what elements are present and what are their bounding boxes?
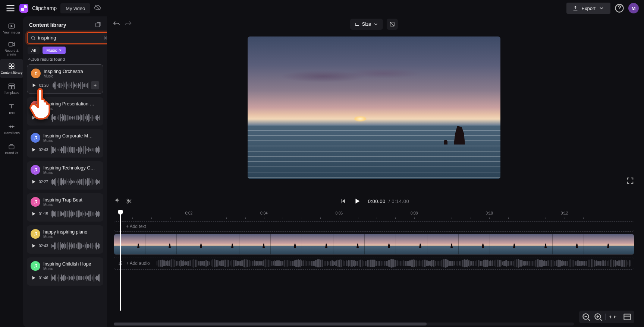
user-avatar[interactable]: M xyxy=(628,3,639,13)
nav-templates[interactable]: Templates xyxy=(0,79,23,98)
track-category: Music xyxy=(43,235,100,239)
timeline-scrollbar[interactable] xyxy=(114,323,574,326)
cloud-sync-icon xyxy=(94,4,101,13)
export-label: Export xyxy=(581,6,596,11)
upload-icon xyxy=(572,5,578,11)
ruler-mark: 0:02 xyxy=(185,211,192,215)
hamburger-menu[interactable] xyxy=(5,3,16,13)
svg-rect-4 xyxy=(12,64,14,66)
media-icon xyxy=(8,22,15,30)
svg-point-16 xyxy=(127,202,128,203)
add-track-button[interactable] xyxy=(91,81,99,89)
undo-button[interactable] xyxy=(112,20,120,28)
split-scissors-icon[interactable] xyxy=(126,198,132,204)
track-category-icon xyxy=(31,197,40,207)
timeline-view-button[interactable] xyxy=(622,312,632,322)
timeline-ruler[interactable]: 0:020:040:060:080:100:12 xyxy=(114,210,641,219)
track-card[interactable]: Inspiring Childish Hope Music 01:46 xyxy=(27,257,103,286)
track-card[interactable]: happy inspiring piano Music 02:43 xyxy=(27,225,103,254)
track-category: Music xyxy=(43,203,100,207)
video-preview[interactable] xyxy=(248,36,500,179)
preview-play-icon[interactable] xyxy=(31,211,37,217)
audio-track-lane[interactable]: + Add audio xyxy=(114,257,634,270)
svg-rect-2 xyxy=(9,42,13,46)
svg-rect-5 xyxy=(9,66,11,69)
chip-all[interactable]: All xyxy=(28,47,40,54)
resize-handle-icon[interactable] xyxy=(497,175,500,179)
track-title: Inspiring Orchestra xyxy=(44,69,99,74)
stage: Size 0:00.00 / 0:14.00 xyxy=(107,16,641,327)
track-duration: 01:46 xyxy=(39,276,49,280)
nav-text[interactable]: Text xyxy=(0,99,23,118)
search-input[interactable] xyxy=(38,35,101,41)
nav-brand-kit[interactable]: Brand kit xyxy=(0,139,23,159)
zoom-in-button[interactable] xyxy=(593,312,603,322)
fullscreen-button[interactable] xyxy=(626,177,634,185)
nav-content-library[interactable]: Content library xyxy=(0,59,23,78)
ruler-mark: 0:12 xyxy=(561,211,568,215)
svg-rect-9 xyxy=(12,86,15,89)
preview-play-icon[interactable] xyxy=(31,115,37,121)
track-category-icon xyxy=(31,69,41,78)
track-waveform xyxy=(51,242,100,250)
fit-timeline-button[interactable] xyxy=(608,312,618,322)
track-card[interactable]: Inspiring Trap Beat Music 01:15 xyxy=(27,193,103,222)
seek-start-button[interactable] xyxy=(339,197,346,205)
nav-record-create[interactable]: Record & create xyxy=(0,39,23,58)
track-card[interactable]: Inspiring Presentation … Music 01:55 xyxy=(27,97,103,126)
scrollbar-thumb[interactable] xyxy=(114,323,427,326)
results-count: 4,366 results found xyxy=(23,57,107,64)
svg-rect-10 xyxy=(9,145,14,149)
canvas-color-button[interactable] xyxy=(387,19,398,30)
track-duration: 01:20 xyxy=(39,83,50,88)
ruler-mark: 0:04 xyxy=(260,211,267,215)
preview-play-icon[interactable] xyxy=(31,275,37,281)
nav-your-media[interactable]: Your media xyxy=(0,19,23,38)
search-icon xyxy=(31,35,36,41)
track-waveform xyxy=(51,114,100,122)
track-card[interactable]: Inspiring Technology C… Music 02:27 xyxy=(27,161,103,190)
track-waveform xyxy=(51,178,100,186)
zoom-out-button[interactable] xyxy=(581,312,591,322)
templates-icon xyxy=(8,83,15,90)
search-box[interactable] xyxy=(27,32,112,44)
export-button[interactable]: Export xyxy=(566,3,610,14)
track-category: Music xyxy=(43,171,100,175)
help-button[interactable] xyxy=(614,3,625,13)
left-nav: Your media Record & create Content libra… xyxy=(0,16,23,327)
track-category: Music xyxy=(43,107,100,111)
transitions-icon xyxy=(8,123,15,130)
track-card[interactable]: Inspiring Orchestra Music 01:20 xyxy=(27,64,103,93)
content-library-panel: Content library All Music 4,366 results … xyxy=(23,16,107,327)
brand-icon xyxy=(8,143,15,150)
popout-icon[interactable] xyxy=(94,22,101,28)
svg-rect-8 xyxy=(9,86,12,89)
track-duration: 02:43 xyxy=(39,244,49,248)
svg-rect-6 xyxy=(12,66,14,69)
track-category-icon xyxy=(31,229,40,239)
library-icon xyxy=(8,63,15,70)
transport-bar: 0:00.00 / 0:14.00 xyxy=(107,194,641,208)
panel-title: Content library xyxy=(29,22,66,28)
track-title: Inspiring Technology C… xyxy=(43,165,100,171)
svg-rect-11 xyxy=(96,23,100,27)
preview-play-icon[interactable] xyxy=(31,243,37,249)
svg-rect-13 xyxy=(355,23,359,26)
redo-button xyxy=(124,20,132,28)
nav-transitions[interactable]: Transitions xyxy=(0,119,23,139)
size-button[interactable]: Size xyxy=(350,19,383,30)
chip-music[interactable]: Music xyxy=(43,47,66,54)
track-card[interactable]: Inspiring Corporate M… Music 02:43 xyxy=(27,129,103,158)
app-logo xyxy=(19,4,28,13)
svg-point-17 xyxy=(119,264,120,265)
video-track-clip[interactable] xyxy=(114,234,634,255)
track-title: Inspiring Childish Hope xyxy=(43,261,100,267)
text-track-lane[interactable]: + Add text xyxy=(114,221,634,232)
preview-play-icon[interactable] xyxy=(31,82,37,88)
preview-play-icon[interactable] xyxy=(31,147,37,153)
sparkle-auto-icon[interactable] xyxy=(114,198,120,204)
play-button[interactable] xyxy=(353,197,361,205)
track-waveform xyxy=(52,81,89,89)
project-name[interactable]: My video xyxy=(60,3,90,13)
preview-play-icon[interactable] xyxy=(31,179,37,185)
